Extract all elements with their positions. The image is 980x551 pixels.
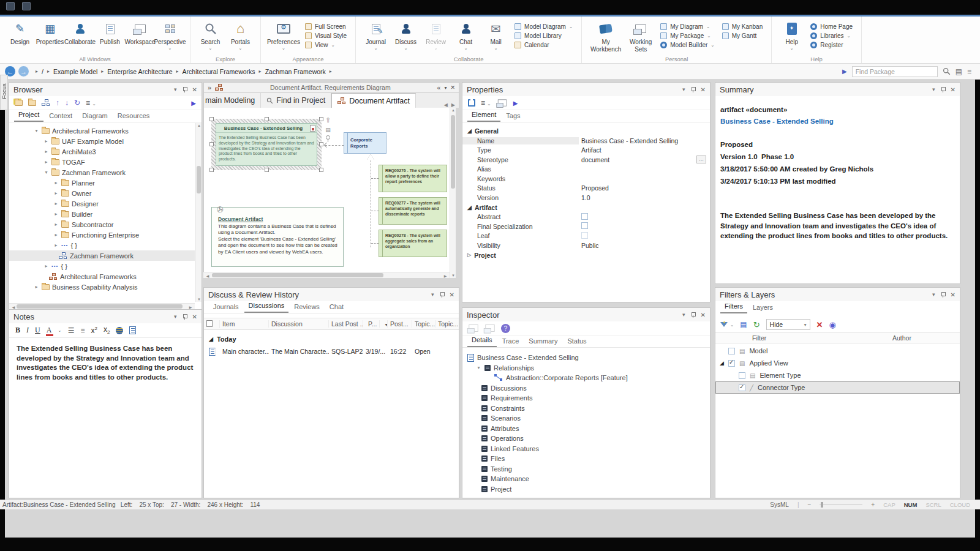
play-icon[interactable]: ▶ — [191, 100, 196, 107]
property-row[interactable]: Alias — [462, 165, 710, 174]
expander-icon[interactable]: ▸ — [43, 263, 49, 269]
pin-icon[interactable] — [440, 292, 444, 298]
status-perspective[interactable]: SysML — [770, 501, 789, 508]
zoom-in-icon[interactable]: + — [871, 501, 875, 508]
column-header[interactable]: Last Post ... — [329, 320, 363, 328]
tree-item[interactable]: ▸•••{ } — [9, 240, 195, 250]
my-kanban-button[interactable]: My Kanban — [722, 23, 763, 30]
publish-button[interactable]: Publish — [95, 18, 125, 46]
checkbox-unchecked[interactable] — [739, 372, 745, 379]
underline-button[interactable]: U — [35, 326, 40, 335]
chevron-down-icon[interactable]: ▾ — [932, 291, 935, 298]
collapse-triangle-icon[interactable]: ◢ — [720, 360, 724, 366]
register-button[interactable]: Register — [810, 42, 853, 48]
property-row[interactable]: VisibilityPublic — [462, 241, 710, 250]
expander-icon[interactable]: ▸ — [53, 242, 59, 248]
discussion-row[interactable]: Main character... The Main Characte... S… — [204, 345, 459, 358]
play-icon[interactable]: ▶ — [842, 68, 847, 75]
chat-button[interactable]: Chat⌄ — [451, 18, 481, 51]
forward-button[interactable]: → — [18, 66, 29, 77]
discuss-button[interactable]: Discuss⌄ — [391, 18, 421, 51]
expander-icon[interactable]: ▸ — [43, 149, 49, 154]
inspector-item[interactable]: ▾Relationships — [467, 363, 710, 373]
filter-row-selected[interactable]: ╱Connector Type — [715, 381, 960, 394]
tree-item[interactable]: ▾Architectural Frameworks — [9, 126, 195, 136]
inspector-item[interactable]: Abstraction::Corporate Reports [Feature] — [467, 373, 710, 383]
column-header[interactable]: Discussion — [269, 320, 329, 328]
inspector-item[interactable]: Attributes — [467, 424, 710, 434]
filter-mode-dropdown[interactable]: Hide▾ — [766, 319, 810, 330]
inspector-item[interactable]: Requirements — [467, 393, 710, 403]
pin-icon[interactable] — [183, 87, 187, 92]
taskbar-icon[interactable] — [22, 2, 31, 10]
chevron-down-icon[interactable]: ▾ — [431, 291, 434, 298]
tree-item[interactable]: ▸Planner — [9, 178, 195, 188]
tree-item[interactable]: ▸TOGAF — [9, 157, 195, 167]
pin-icon[interactable] — [941, 292, 945, 298]
tab-document-artifact[interactable]: Document Artifact — [331, 93, 416, 108]
window-icon[interactable] — [485, 324, 494, 332]
close-icon[interactable]: ✕ — [701, 86, 706, 93]
select-column-icon[interactable] — [204, 320, 220, 328]
tab-scroll-left-icon[interactable]: ◀ — [444, 102, 448, 108]
filter-list-icon[interactable]: ▤ — [740, 320, 747, 329]
chevrons-right-icon[interactable]: » — [208, 84, 211, 91]
superscript-button[interactable]: x2 — [91, 326, 97, 335]
my-gantt-button[interactable]: My Gantt — [722, 32, 763, 39]
ellipsis-button[interactable]: … — [696, 156, 706, 163]
chevron-down-icon[interactable]: ▾ — [174, 313, 177, 320]
tree-item-selected[interactable]: Zachman Framework — [9, 250, 195, 261]
requirement-element[interactable]: REQ00278 - The system will aggregate sal… — [379, 230, 447, 257]
checkbox-checked[interactable] — [728, 360, 735, 367]
num-lock-indicator[interactable]: NUM — [904, 501, 918, 508]
bold-button[interactable]: B — [15, 326, 20, 335]
tab-trace[interactable]: Trace — [498, 336, 524, 347]
section-general[interactable]: ◢General — [462, 126, 710, 136]
horizontal-scrollbar[interactable]: ◀▶ — [203, 272, 450, 278]
tree-item[interactable]: ▸Business Capability Analysis — [9, 282, 195, 292]
tree-item[interactable]: ▸Designer — [9, 198, 195, 209]
working-sets-button[interactable]: Working Sets — [625, 18, 657, 53]
summary-element-link[interactable]: Business Case - Extended Selling — [720, 118, 954, 125]
column-header[interactable]: Topic... — [412, 320, 435, 328]
tab-find-in-project[interactable]: Find in Project — [261, 93, 331, 108]
close-icon[interactable]: ✕ — [951, 86, 956, 93]
window-icon[interactable] — [469, 324, 478, 332]
expander-icon[interactable]: ▾ — [34, 128, 39, 133]
section-project[interactable]: ▷Project — [462, 250, 710, 260]
list-view-icon[interactable]: ▤ — [956, 67, 962, 76]
checkbox-unchecked[interactable] — [581, 222, 588, 229]
dialog-icon[interactable] — [497, 99, 506, 106]
folder-icon[interactable] — [28, 100, 36, 106]
full-screen-button[interactable]: Full Screen — [305, 23, 347, 30]
filter-row[interactable]: ▤Element Type — [715, 369, 960, 381]
inspector-item[interactable]: Discussions — [467, 383, 710, 394]
property-row[interactable]: TypeArtifact — [462, 146, 710, 156]
bullet-list-button[interactable]: ☰ — [68, 326, 75, 335]
property-row[interactable]: NameBusiness Case - Extended Selling — [462, 136, 710, 146]
column-header[interactable]: Post... — [388, 320, 412, 328]
search-button[interactable]: Search⌄ — [195, 18, 225, 51]
font-color-button[interactable]: A — [47, 326, 52, 335]
visual-style-button[interactable]: Visual Style — [305, 32, 347, 39]
tab-layers[interactable]: Layers — [748, 302, 777, 313]
properties-button[interactable]: ▦Properties — [35, 18, 65, 46]
tab-summary[interactable]: Summary — [524, 336, 562, 347]
journal-button[interactable]: Journal⌄ — [361, 18, 391, 51]
chevron-down-icon[interactable]: ▾ — [444, 85, 447, 91]
expander-icon[interactable]: ▾ — [476, 365, 481, 370]
calendar-button[interactable]: Calendar — [514, 42, 573, 48]
selection-handle[interactable] — [319, 168, 323, 172]
realization-connector[interactable] — [371, 160, 371, 247]
tab-diagram[interactable]: Diagram — [78, 111, 112, 122]
preferences-button[interactable]: Preferences⌄ — [266, 18, 301, 51]
tab-element[interactable]: Element — [467, 110, 500, 122]
requirement-element[interactable]: REQ00277 - The system will automatically… — [379, 197, 447, 225]
property-row[interactable]: Stereotypedocument… — [462, 155, 710, 165]
column-header[interactable]: Author — [892, 334, 960, 342]
tab-resources[interactable]: Resources — [113, 111, 154, 122]
italic-button[interactable]: I — [26, 326, 29, 335]
selection-handle[interactable] — [319, 142, 323, 146]
expander-icon[interactable]: ▸ — [34, 284, 39, 290]
chevron-down-icon[interactable]: ▾ — [682, 86, 685, 92]
